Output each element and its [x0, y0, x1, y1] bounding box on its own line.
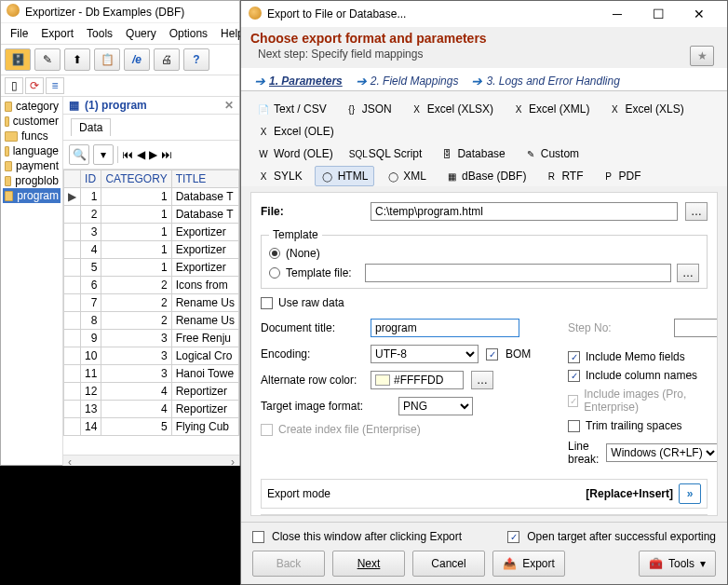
minimize-button[interactable]: ─: [597, 1, 638, 27]
tree-language[interactable]: language: [3, 143, 61, 158]
nav-next-icon[interactable]: ▶: [149, 148, 157, 161]
menu-file[interactable]: File: [5, 25, 34, 42]
format-json[interactable]: {}JSON: [339, 99, 398, 119]
tab-data[interactable]: Data: [71, 118, 111, 136]
table-row[interactable]: 62Icons from: [64, 277, 239, 294]
template-file-radio[interactable]: [269, 267, 280, 279]
table-row[interactable]: 124Reportizer: [64, 383, 239, 401]
nav-find-icon[interactable]: 🔍: [69, 144, 89, 165]
doc-title-input[interactable]: [371, 319, 519, 337]
format-xml[interactable]: ◯XML: [380, 166, 433, 186]
target-img-select[interactable]: PNG: [398, 397, 473, 415]
tree-progblob[interactable]: progblob: [3, 173, 61, 188]
export-button[interactable]: 📤Export: [492, 551, 565, 577]
table-row[interactable]: 113Hanoi Towe: [64, 365, 239, 383]
table-row[interactable]: 51Exportizer: [64, 259, 239, 277]
menu-options[interactable]: Options: [164, 25, 213, 42]
format-rtf[interactable]: RRTF: [538, 166, 589, 186]
template-file-input[interactable]: [365, 264, 671, 282]
tree-customer[interactable]: customer: [3, 114, 61, 129]
table-row[interactable]: 21Database T: [64, 206, 239, 224]
grid-header[interactable]: CATEGORY: [101, 170, 171, 188]
use-raw-checkbox[interactable]: [261, 297, 273, 309]
tb-db-icon[interactable]: 🗄️: [5, 48, 31, 71]
close-icon[interactable]: ✕: [224, 99, 234, 112]
tb-export-icon[interactable]: ⬆: [64, 48, 90, 71]
nav-first-icon[interactable]: ⏮: [122, 148, 133, 161]
close-button[interactable]: ✕: [679, 1, 720, 27]
table-row[interactable]: 145Flying Cub: [64, 418, 239, 436]
grid-header[interactable]: ID: [81, 170, 101, 188]
maximize-button[interactable]: ☐: [638, 1, 679, 27]
table-row[interactable]: 31Exportizer: [64, 224, 239, 241]
nav-prev-icon[interactable]: ◀: [137, 148, 145, 161]
format-word-ole-[interactable]: WWord (OLE): [250, 143, 340, 164]
altrow-color-picker[interactable]: #FFFFDD: [371, 371, 464, 389]
step-logs[interactable]: ➔3. Logs and Error Handling: [467, 72, 623, 90]
step-field-mappings[interactable]: ➔2. Field Mappings: [352, 72, 463, 90]
favorite-button[interactable]: ★: [690, 46, 714, 66]
tb-copy-icon[interactable]: 📋: [94, 48, 120, 71]
format-text-csv[interactable]: 📄Text / CSV: [250, 99, 333, 119]
tree-funcs[interactable]: funcs: [3, 129, 61, 143]
nav-last-icon[interactable]: ⏭: [161, 148, 172, 161]
close-after-checkbox[interactable]: [252, 531, 264, 543]
altrow-browse-button[interactable]: …: [471, 371, 493, 389]
format-database[interactable]: 🗄Database: [434, 143, 511, 164]
open-after-checkbox[interactable]: [507, 531, 519, 543]
export-mode-button[interactable]: »: [679, 483, 701, 504]
tb-ie-icon[interactable]: /e: [124, 48, 150, 71]
encoding-select[interactable]: UTF-8: [371, 345, 479, 363]
bom-checkbox[interactable]: [486, 348, 498, 361]
linebreak-select[interactable]: Windows (CR+LF): [606, 443, 718, 462]
step-parameters[interactable]: ➔1. Parameters: [250, 72, 346, 90]
table-row[interactable]: 72Rename Us: [64, 294, 239, 312]
format-excel-xls-[interactable]: XExcel (XLS): [601, 99, 690, 119]
content-area: ▦ (1) program ✕ Data 🔍 ▾ ⏮ ◀ ▶ ⏭ IDCATEG…: [63, 97, 239, 468]
template-none-radio[interactable]: [269, 248, 280, 259]
cancel-button[interactable]: Cancel: [412, 551, 485, 577]
tools-button[interactable]: 🧰Tools ▾: [639, 551, 716, 577]
format-sylk[interactable]: XSYLK: [250, 166, 309, 186]
format-sql-script[interactable]: SQLSQL Script: [345, 143, 429, 164]
file-input[interactable]: [371, 202, 678, 221]
tb-help-icon[interactable]: ?: [183, 48, 209, 71]
template-browse-button[interactable]: …: [677, 264, 699, 282]
format-icon: X: [512, 102, 525, 116]
tree-program[interactable]: program: [3, 188, 61, 203]
include-memo-checkbox[interactable]: [568, 351, 580, 363]
tb-print-icon[interactable]: 🖨: [154, 48, 180, 71]
format-excel-xlsx-[interactable]: XExcel (XLSX): [404, 99, 500, 119]
table-row[interactable]: 41Exportizer: [64, 241, 239, 259]
table-row[interactable]: 93Free Renju: [64, 330, 239, 347]
sb-pages-icon[interactable]: ▯: [5, 77, 23, 94]
trim-checkbox[interactable]: [568, 420, 580, 432]
menu-query[interactable]: Query: [120, 25, 162, 42]
sb-refresh-icon[interactable]: ⟳: [25, 77, 44, 94]
format-custom[interactable]: ✎Custom: [518, 143, 586, 164]
nav-dropdown-icon[interactable]: ▾: [93, 144, 114, 165]
format-excel-ole-[interactable]: XExcel (OLE): [250, 121, 341, 142]
file-tab[interactable]: ▦ (1) program ✕: [63, 97, 239, 115]
menu-export[interactable]: Export: [35, 25, 79, 42]
file-browse-button[interactable]: …: [685, 202, 708, 221]
grid-header[interactable]: TITLE: [171, 170, 238, 188]
format-excel-xml-[interactable]: XExcel (XML): [506, 99, 596, 119]
menu-tools[interactable]: Tools: [81, 25, 118, 42]
table-row[interactable]: 134Reportizer: [64, 401, 239, 418]
template-group: Template (None) Template file: …: [261, 228, 708, 289]
tree-payment[interactable]: payment: [3, 158, 61, 173]
table-row[interactable]: 82Rename Us: [64, 312, 239, 330]
include-cols-checkbox[interactable]: [568, 370, 580, 382]
table-row[interactable]: ▶11Database T: [64, 188, 239, 206]
sb-lines-icon[interactable]: ≡: [46, 77, 64, 94]
format-dbase-dbf-[interactable]: ▦dBase (DBF): [438, 166, 533, 186]
data-grid[interactable]: IDCATEGORYTITLE▶11Database T21Database T…: [63, 170, 239, 455]
step-no-input[interactable]: [674, 319, 718, 337]
format-pdf[interactable]: PPDF: [596, 166, 648, 186]
tree-category[interactable]: category: [3, 99, 61, 114]
next-button[interactable]: Next: [332, 551, 405, 577]
format-html[interactable]: ◯HTML: [315, 166, 375, 186]
tb-edit-icon[interactable]: ✎: [34, 48, 61, 71]
table-row[interactable]: 103Logical Cro: [64, 347, 239, 365]
